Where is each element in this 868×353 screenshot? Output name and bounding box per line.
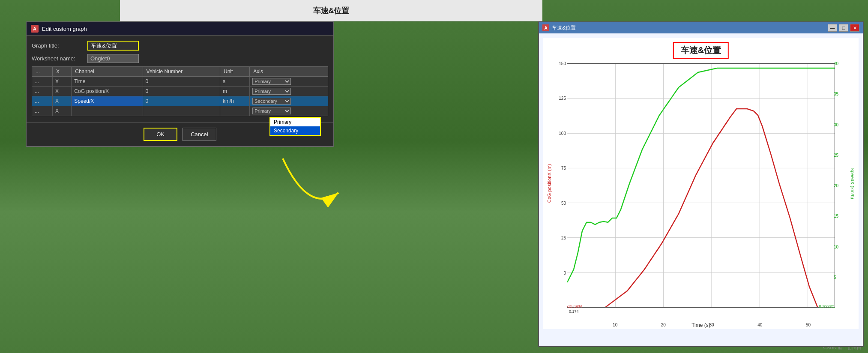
worksheet-input[interactable] [87, 54, 139, 63]
y-tick-right-5: 5 [834, 275, 836, 279]
unit-cell: s [220, 77, 250, 87]
green-curve [567, 68, 835, 282]
channel-cell: Time [72, 77, 143, 87]
background-title-bar: 车速&位置 [120, 0, 542, 21]
x-min-val: 0.174 [569, 309, 579, 314]
x-cell: X [52, 87, 71, 96]
y-tick-right-10: 10 [834, 244, 838, 249]
vehicle-cell [143, 106, 220, 116]
axis-cell: PrimarySecondary [250, 106, 328, 116]
col-header-x: X [52, 67, 71, 77]
data-table: ... X Channel Vehicle Number Unit Axis .… [32, 66, 328, 116]
dots-cell: ... [32, 96, 53, 106]
vehicle-cell: 0 [143, 96, 220, 106]
dots-cell: ... [32, 87, 53, 96]
y-tick-50: 50 [561, 200, 566, 205]
vehicle-cell: 0 [143, 77, 220, 87]
x-tick-40: 40 [757, 323, 762, 327]
worksheet-label: Worksheet name: [32, 55, 87, 62]
chart-window: A 车速&位置 — □ ✕ 车速&位置 CoG positionX (m) Sp… [538, 21, 864, 347]
close-button[interactable]: ✕ [850, 24, 859, 32]
min-val-left: -15.8904 [567, 304, 582, 308]
graph-title-label: Graph title: [32, 42, 87, 49]
edit-dialog-titlebar: A Edit custom graph [27, 22, 333, 36]
axis-select[interactable]: PrimarySecondary [252, 108, 291, 114]
chart-plot [567, 63, 835, 308]
col-header-dots: ... [32, 67, 53, 77]
unit-cell [220, 106, 250, 116]
y-tick-right-25: 25 [834, 153, 838, 157]
dropdown-item-primary[interactable]: Primary [270, 118, 320, 126]
col-header-axis: Axis [250, 67, 328, 77]
edit-dialog: A Edit custom graph Graph title: Workshe… [26, 21, 334, 147]
axis-cell: PrimarySecondary [250, 77, 328, 87]
graph-title-input[interactable] [87, 41, 139, 51]
y-tick-75: 75 [561, 166, 566, 171]
y-ticks-right-container: 40 35 30 25 20 15 10 5 [834, 63, 854, 308]
chart-icon: A [542, 24, 549, 31]
x-cell: X [52, 96, 71, 106]
y-tick-150: 150 [559, 61, 566, 66]
y-tick-100: 100 [559, 131, 566, 135]
dots-cell: ... [32, 77, 53, 87]
axis-select[interactable]: PrimarySecondary [252, 78, 291, 85]
dialog-title: Edit custom graph [42, 26, 87, 32]
y-tick-right-30: 30 [834, 122, 838, 127]
edit-dialog-body: Graph title: Worksheet name: ... X Chann… [27, 36, 333, 122]
red-curve [567, 109, 835, 307]
y-tick-125: 125 [559, 96, 566, 101]
window-controls: — □ ✕ [828, 24, 859, 32]
dropdown-item-secondary[interactable]: Secondary [270, 126, 320, 135]
col-header-unit: Unit [220, 67, 250, 77]
axis-cell: PrimarySecondary [250, 87, 328, 96]
y-ticks-left-container: 150 125 100 75 50 25 0 [545, 63, 566, 308]
col-header-channel: Channel [72, 67, 143, 77]
y-tick-right-20: 20 [834, 183, 838, 188]
channel-cell [72, 106, 143, 116]
axis-select[interactable]: PrimarySecondary [252, 88, 291, 95]
background-title: 车速&位置 [313, 6, 350, 16]
channel-cell: Speed/X [72, 96, 143, 106]
axis-select[interactable]: PrimarySecondary [252, 98, 291, 105]
min-val-right: 0.106821 [819, 304, 835, 308]
x-tick-50: 50 [806, 323, 811, 327]
chart-svg [567, 64, 835, 307]
x-tick-20: 20 [661, 323, 666, 327]
y-tick-right-15: 15 [834, 214, 838, 218]
x-cell: X [52, 106, 71, 116]
axis-dropdown[interactable]: Primary Secondary [269, 117, 321, 136]
chart-titlebar: A 车速&位置 — □ ✕ [539, 22, 863, 33]
col-header-vehicle: Vehicle Number [143, 67, 220, 77]
vehicle-cell: 0 [143, 87, 220, 96]
chart-window-title: 车速&位置 [552, 24, 576, 32]
worksheet-row: Worksheet name: [32, 54, 328, 63]
graph-title-row: Graph title: [32, 41, 328, 51]
y-tick-0: 0 [563, 270, 566, 275]
chart-area: 车速&位置 CoG positionX (m) SpeedX (km/h) [543, 38, 859, 329]
channel-cell: CoG position/X [72, 87, 143, 96]
y-tick-right-35: 35 [834, 92, 838, 96]
dots-cell: ... [32, 106, 53, 116]
ok-button[interactable]: OK [144, 128, 177, 141]
minimize-button[interactable]: — [828, 24, 837, 32]
x-axis-label: Time (s) [691, 322, 710, 328]
x-tick-10: 10 [613, 323, 617, 327]
unit-cell: m [220, 87, 250, 96]
axis-cell: PrimarySecondary [250, 96, 328, 106]
dialog-icon: A [31, 25, 39, 33]
x-cell: X [52, 77, 71, 87]
chart-main-title: 车速&位置 [673, 42, 729, 59]
y-tick-25: 25 [561, 236, 566, 240]
y-tick-right-40: 40 [834, 61, 838, 66]
maximize-button[interactable]: □ [839, 24, 848, 32]
unit-cell: km/h [220, 96, 250, 106]
chart-titlebar-left: A 车速&位置 [542, 24, 576, 32]
cancel-button[interactable]: Cancel [183, 128, 216, 141]
